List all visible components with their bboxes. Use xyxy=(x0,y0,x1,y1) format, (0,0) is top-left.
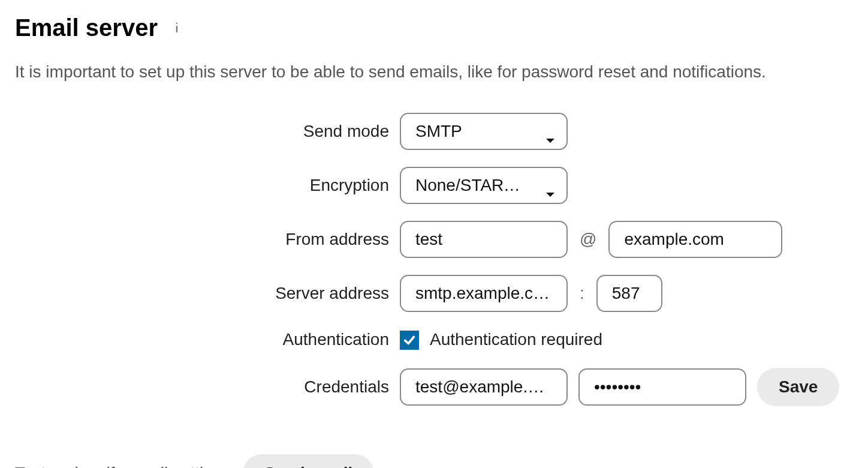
title-row: Email server xyxy=(15,12,853,43)
at-separator: @ xyxy=(578,229,598,250)
input-credentials-user[interactable] xyxy=(400,368,568,406)
colon-separator: : xyxy=(578,283,586,304)
input-from-domain[interactable] xyxy=(608,221,782,258)
input-from-local[interactable] xyxy=(400,221,568,258)
chevron-down-icon xyxy=(545,128,556,135)
page-subtitle: It is important to set up this server to… xyxy=(15,61,853,83)
label-encryption: Encryption xyxy=(15,175,389,196)
row-send-mode: Send mode SMTP xyxy=(15,113,853,150)
input-server-port[interactable] xyxy=(596,275,662,312)
label-from-address: From address xyxy=(15,229,389,250)
row-authentication: Authentication Authentication required xyxy=(15,329,853,350)
row-credentials: Credentials Save xyxy=(15,368,853,406)
svg-point-0 xyxy=(176,23,177,24)
info-icon[interactable] xyxy=(168,19,185,36)
bottom-row: Test and verify email settings Send emai… xyxy=(15,454,853,468)
label-authentication: Authentication xyxy=(15,329,389,350)
select-encryption[interactable]: None/START… xyxy=(400,167,568,204)
page-title: Email server xyxy=(15,12,158,43)
row-encryption: Encryption None/START… xyxy=(15,167,853,204)
input-credentials-password[interactable] xyxy=(578,368,746,406)
row-from-address: From address @ xyxy=(15,221,853,258)
input-server-address[interactable] xyxy=(400,275,568,312)
send-email-button[interactable]: Send email xyxy=(243,454,375,468)
email-server-form: Send mode SMTP Encryption None/START… Fr… xyxy=(15,113,853,406)
select-send-mode[interactable]: SMTP xyxy=(400,113,568,150)
label-server-address: Server address xyxy=(15,283,389,304)
test-verify-label: Test and verify email settings xyxy=(15,463,231,468)
label-credentials: Credentials xyxy=(15,376,389,398)
label-send-mode: Send mode xyxy=(15,121,389,142)
save-button[interactable]: Save xyxy=(757,368,839,406)
chevron-down-icon xyxy=(545,182,556,189)
checkbox-authentication-required[interactable] xyxy=(400,331,419,350)
label-authentication-required: Authentication required xyxy=(430,329,602,350)
select-encryption-value: None/START… xyxy=(415,175,529,196)
select-send-mode-value: SMTP xyxy=(415,121,462,142)
row-server-address: Server address : xyxy=(15,275,853,312)
